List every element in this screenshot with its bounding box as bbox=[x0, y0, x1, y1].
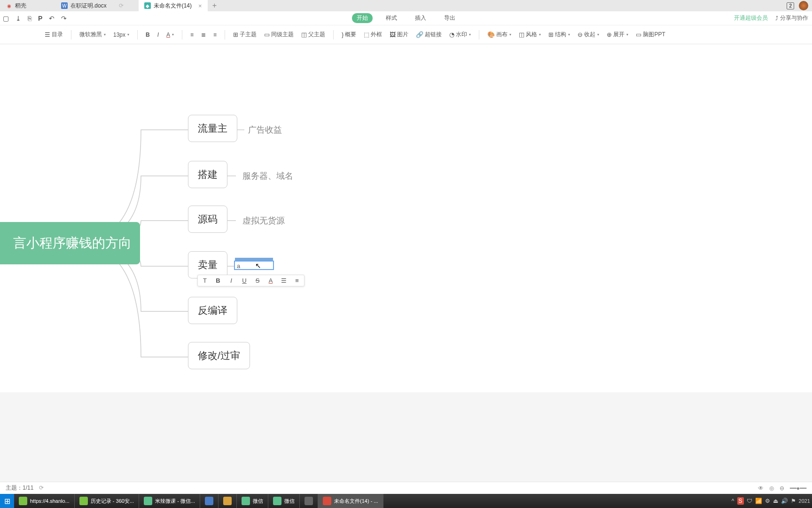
taskbar-item-0[interactable]: https://4.shanlo... bbox=[14, 494, 75, 508]
status-refresh-icon[interactable]: ⟳ bbox=[39, 484, 44, 491]
outline-button[interactable]: ☰目录 bbox=[42, 29, 65, 40]
node-decompile[interactable]: 反编译 bbox=[188, 297, 237, 324]
edit-input-box[interactable]: a bbox=[234, 261, 274, 270]
zoom-out-icon[interactable]: ⊖ bbox=[780, 485, 784, 492]
taskbar-item-6[interactable]: 微信 bbox=[268, 494, 300, 508]
parenttopic-button[interactable]: ◫父主题 bbox=[299, 29, 328, 40]
parenttopic-icon: ◫ bbox=[301, 31, 307, 38]
float-underline-button[interactable]: U bbox=[240, 277, 249, 284]
border-button[interactable]: ⬚外框 bbox=[361, 29, 384, 40]
float-bullet-button[interactable]: ☰ bbox=[280, 277, 288, 284]
canvas-button[interactable]: 🎨画布▾ bbox=[485, 29, 514, 40]
format-painter-icon[interactable]: P bbox=[38, 15, 42, 22]
start-button[interactable]: ⊞ bbox=[0, 494, 14, 508]
sub-server-domain[interactable]: 服务器、域名 bbox=[242, 170, 293, 182]
tray-shield-icon[interactable]: 🛡 bbox=[747, 498, 752, 504]
expand-button[interactable]: ⊕展开▾ bbox=[604, 29, 631, 40]
style-button[interactable]: ◫风格▾ bbox=[516, 29, 543, 40]
size-select[interactable]: 13px▾ bbox=[111, 30, 132, 40]
align-right-button[interactable]: ≡ bbox=[211, 30, 219, 40]
node-source[interactable]: 源码 bbox=[188, 206, 227, 233]
float-bold-button[interactable]: B bbox=[214, 277, 222, 284]
font-color-button[interactable]: A▾ bbox=[164, 30, 176, 40]
link-button[interactable]: 🔗超链接 bbox=[414, 29, 444, 40]
node-build[interactable]: 搭建 bbox=[188, 161, 227, 188]
collapse-button[interactable]: ⊖收起▾ bbox=[575, 29, 601, 40]
tray-usb-icon[interactable]: ⏏ bbox=[773, 498, 778, 504]
zoom-fit-icon[interactable]: ◎ bbox=[769, 485, 774, 492]
user-avatar[interactable] bbox=[799, 1, 808, 10]
image-button[interactable]: 🖼图片 bbox=[387, 29, 411, 40]
taskbar-app-icon bbox=[223, 497, 232, 505]
node-traffic[interactable]: 流量主 bbox=[188, 115, 237, 142]
mindmap-icon: ◆ bbox=[144, 2, 151, 9]
add-tab-button[interactable]: + bbox=[208, 1, 221, 10]
view-mode-icon[interactable]: 👁 bbox=[758, 485, 764, 492]
sub-virtual[interactable]: 虚拟无货源 bbox=[242, 215, 285, 226]
taskbar-item-8[interactable]: 未命名文件(14) - ... bbox=[318, 494, 383, 508]
undo-icon[interactable]: ↶ bbox=[49, 15, 55, 22]
menu-insert[interactable]: 插入 bbox=[410, 13, 431, 23]
share-button[interactable]: ⤴分享与协作 bbox=[775, 14, 808, 22]
vip-link[interactable]: 开通超级会员 bbox=[734, 14, 768, 22]
mouse-cursor-icon: ↖ bbox=[255, 262, 261, 270]
menu-start[interactable]: 开始 bbox=[352, 13, 373, 23]
redo-icon[interactable]: ↷ bbox=[61, 15, 67, 22]
tab-untitled[interactable]: ◆ 未命名文件(14) × bbox=[139, 0, 208, 11]
tray-up-icon[interactable]: ^ bbox=[732, 498, 734, 504]
float-text-button[interactable]: T bbox=[201, 277, 209, 284]
system-tray: ^ S 🛡 📶 ⚙ ⏏ 🔊 ⚑ 2021 bbox=[732, 497, 810, 505]
taskbar-item-7[interactable] bbox=[300, 494, 318, 508]
download-icon[interactable]: ⤓ bbox=[16, 15, 21, 22]
float-color-button[interactable]: A bbox=[266, 277, 275, 284]
tray-flag-icon[interactable]: ⚑ bbox=[791, 498, 796, 504]
collapse-icon: ⊖ bbox=[578, 31, 583, 38]
taskbar-item-3[interactable] bbox=[200, 494, 219, 508]
share-icon: ⤴ bbox=[775, 15, 778, 22]
align-left-button[interactable]: ≡ bbox=[188, 30, 196, 40]
node-modify[interactable]: 修改/过审 bbox=[188, 342, 250, 369]
float-strike-button[interactable]: S bbox=[253, 277, 262, 284]
bold-button[interactable]: B bbox=[143, 30, 152, 40]
zoom-slider[interactable]: ━━●━━ bbox=[790, 485, 806, 492]
style-icon: ◫ bbox=[519, 31, 524, 38]
float-number-button[interactable]: ≡ bbox=[293, 277, 301, 284]
windows-taskbar: ⊞ https://4.shanlo...历史记录 - 360安...米辣微课 … bbox=[0, 494, 812, 508]
export-icon[interactable]: ⎘ bbox=[28, 15, 31, 22]
italic-button[interactable]: I bbox=[155, 30, 161, 40]
central-node[interactable]: 言小程序赚钱的方向 bbox=[0, 222, 140, 264]
tab-doc[interactable]: W 在职证明.docx ⟳ bbox=[55, 0, 129, 11]
structure-button[interactable]: ⊞结构▾ bbox=[546, 29, 572, 40]
subtopic-button[interactable]: ⊞子主题 bbox=[231, 29, 259, 40]
align-center-button[interactable]: ≣ bbox=[199, 30, 208, 40]
taskbar-item-5[interactable]: 微信 bbox=[237, 494, 268, 508]
watermark-button[interactable]: ◔水印▾ bbox=[447, 29, 473, 40]
tab-daoke[interactable]: ◉ 稻壳 bbox=[0, 0, 32, 11]
tray-year[interactable]: 2021 bbox=[799, 498, 810, 504]
close-icon[interactable]: × bbox=[198, 2, 202, 9]
font-select[interactable]: 微软雅黑▾ bbox=[77, 29, 108, 40]
refresh-icon[interactable]: ⟳ bbox=[119, 2, 124, 9]
menu-style[interactable]: 样式 bbox=[381, 13, 402, 23]
toolbar: ☰目录 微软雅黑▾ 13px▾ B I A▾ ≡ ≣ ≡ ⊞子主题 ▭同级主题 … bbox=[0, 25, 812, 44]
new-file-icon[interactable]: ▢ bbox=[3, 15, 9, 22]
taskbar-app-icon bbox=[79, 497, 88, 505]
float-italic-button[interactable]: I bbox=[227, 277, 235, 284]
taskbar-item-4[interactable] bbox=[219, 494, 237, 508]
summary-button[interactable]: }概要 bbox=[339, 29, 359, 40]
canvas-icon: 🎨 bbox=[487, 31, 495, 38]
brainppt-button[interactable]: ▭脑图PPT bbox=[633, 29, 667, 40]
tray-volume-icon[interactable]: 🔊 bbox=[781, 498, 788, 504]
taskbar-item-1[interactable]: 历史记录 - 360安... bbox=[75, 494, 139, 508]
mindmap-canvas[interactable]: 言小程序赚钱的方向 流量主 广告收益 搭建 服务器、域名 源码 虚拟无货源 卖量… bbox=[0, 44, 812, 392]
menu-row: ▢ ⤓ ⎘ P ↶ ↷ 开始 样式 插入 导出 开通超级会员 ⤴分享与协作 bbox=[0, 11, 812, 25]
menu-export[interactable]: 导出 bbox=[439, 13, 460, 23]
tray-gear-icon[interactable]: ⚙ bbox=[765, 498, 770, 504]
taskbar-item-2[interactable]: 米辣微课 - 微信... bbox=[139, 494, 200, 508]
sub-ad-revenue[interactable]: 广告收益 bbox=[248, 124, 282, 135]
sametopic-button[interactable]: ▭同级主题 bbox=[262, 29, 296, 40]
tray-sogou-icon[interactable]: S bbox=[737, 497, 744, 505]
notification-badge[interactable]: 2 bbox=[787, 2, 794, 9]
subtopic-icon: ⊞ bbox=[233, 31, 238, 38]
tray-network-icon[interactable]: 📶 bbox=[755, 498, 762, 504]
